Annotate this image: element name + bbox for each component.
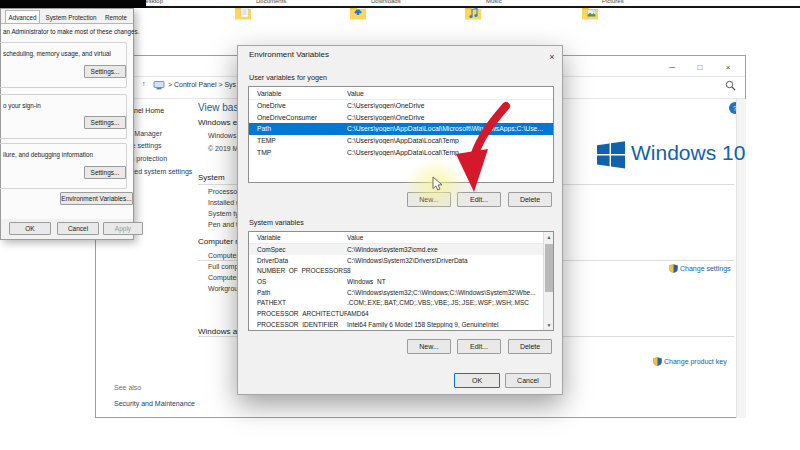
startup-recovery-settings-button[interactable]: Settings... [84, 166, 126, 179]
table-row[interactable]: PROCESSOR_IDENTIFIERIntel64 Family 6 Mod… [249, 319, 543, 330]
variable-column-header[interactable]: Variable [249, 234, 347, 241]
table-row[interactable]: PROCESSOR_ARCHITECTUREAMD64 [249, 308, 543, 319]
breadcrumb[interactable]: > Control Panel > Sys [168, 81, 236, 88]
cancel-button[interactable]: Cancel [505, 373, 551, 388]
system-delete-button[interactable]: Delete [508, 339, 552, 354]
uac-shield-icon [653, 357, 662, 366]
table-row[interactable]: PATHEXT.COM;.EXE;.BAT;.CMD;.VBS;.VBE;.JS… [249, 297, 543, 308]
startup-recovery-group-text: ilure, and debugging information [3, 151, 93, 158]
system-variables-table[interactable]: Variable Value ComSpecC:\Windows\system3… [248, 231, 554, 331]
table-row[interactable]: OSWindows_NT [249, 276, 543, 287]
table-row[interactable]: NUMBER_OF_PROCESSORS8 [249, 265, 543, 276]
desktop-item-label: Pictures [602, 0, 624, 4]
maximize-button[interactable]: □ [689, 60, 711, 75]
close-icon[interactable]: × [541, 48, 563, 65]
value-column-header[interactable]: Value [347, 90, 553, 97]
desktop-item-label: Documents [256, 0, 286, 4]
computer-icon [153, 81, 165, 90]
table-row[interactable]: DriverDataC:\Windows\System32\Drivers\Dr… [249, 255, 543, 266]
system-section-title: System [198, 173, 225, 182]
windows-flag-logo [597, 141, 625, 169]
ok-button[interactable]: OK [9, 222, 51, 235]
change-settings-link[interactable]: Change settings [669, 264, 731, 273]
screen: Desktop Documents Downloads Music Pictur… [0, 0, 800, 450]
uac-shield-icon [669, 264, 678, 273]
see-also-label: See also [114, 384, 141, 391]
performance-group-text: scheduling, memory usage, and virtual [3, 50, 111, 57]
desktop-item-label: Music [486, 0, 502, 4]
user-variables-label: User variables for yogen [249, 73, 327, 82]
advanced-tab-page: an Administrator to make most of these c… [1, 23, 133, 219]
windows-10-logo-text: Windows 10 [631, 141, 745, 165]
search-icon[interactable] [725, 80, 736, 91]
variable-column-header[interactable]: Variable [249, 90, 347, 97]
environment-variables-button[interactable]: Environment Variables... [60, 192, 133, 205]
minimize-button[interactable]: ─ [661, 60, 683, 75]
change-product-key-link[interactable]: Change product key [653, 357, 727, 366]
change-product-key-label: Change product key [664, 358, 727, 365]
system-properties-dialog: Advanced System Protection Remote an Adm… [0, 8, 134, 240]
system-variables-label: System variables [249, 218, 304, 227]
table-row[interactable]: ComSpecC:\Windows\system32\cmd.exe [249, 244, 543, 255]
admin-note-text: an Administrator to make most of these c… [3, 28, 140, 35]
tutorial-arrow-pointing-at-edit [440, 98, 524, 202]
scrollbar-thumb[interactable] [545, 244, 553, 292]
user-profiles-settings-button[interactable]: Settings... [84, 116, 126, 129]
change-settings-label: Change settings [680, 265, 731, 272]
value-column-header[interactable]: Value [347, 234, 543, 241]
tab-remote[interactable]: Remote [101, 11, 131, 23]
scroll-up-icon[interactable]: ▲ [544, 232, 554, 242]
system-new-button[interactable]: New... [407, 339, 451, 354]
desktop-item-label: Downloads [371, 0, 401, 4]
ok-button[interactable]: OK [454, 373, 500, 388]
security-and-maintenance-link[interactable]: Security and Maintenance [114, 400, 195, 407]
dialog-title: Environment Variables [249, 50, 329, 59]
tab-advanced[interactable]: Advanced [5, 10, 40, 23]
user-profiles-group-text: o your sign-in [3, 102, 41, 109]
table-scrollbar[interactable]: ▲ ▼ [543, 232, 553, 330]
system-edit-button[interactable]: Edit... [457, 339, 501, 354]
table-row[interactable]: PathC:\Windows\system32;C:\Windows;C:\Wi… [249, 287, 543, 298]
cancel-button[interactable]: Cancel [57, 222, 99, 235]
mouse-cursor [432, 176, 446, 193]
scroll-down-icon[interactable]: ▼ [544, 320, 554, 330]
apply-button[interactable]: Apply [103, 222, 143, 235]
performance-settings-button[interactable]: Settings... [84, 65, 126, 78]
close-button[interactable]: × [717, 60, 739, 75]
nav-up-icon[interactable]: ↑ [142, 80, 146, 87]
top-edge-line [146, 6, 800, 8]
video-letterbox-bar [0, 0, 146, 8]
tab-system-protection[interactable]: System Protection [43, 11, 99, 23]
table-header: Variable Value [249, 232, 543, 244]
